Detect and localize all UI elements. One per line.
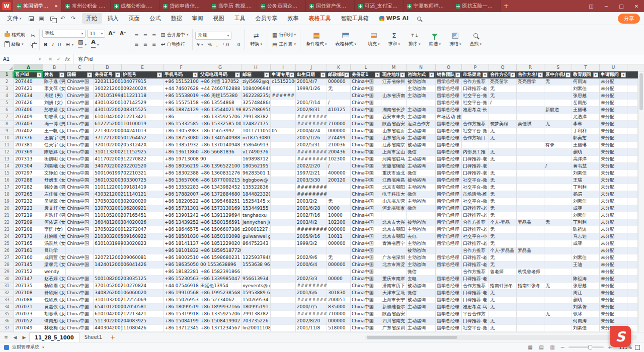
cell[interactable] xyxy=(517,107,544,114)
cell[interactable]: +44 74607628 xyxy=(164,85,199,93)
cell[interactable]: China中国 xyxy=(66,149,94,156)
column-header-B[interactable]: B xyxy=(43,64,66,71)
cell[interactable]: 口碑推荐-老 xyxy=(462,290,489,297)
cell[interactable]: +86 18646575 xyxy=(164,226,199,233)
cell[interactable]: 主动咨询 xyxy=(407,254,436,261)
cell[interactable]: 320721200209060081 xyxy=(94,254,122,261)
cell[interactable]: 360481200304020026 xyxy=(94,219,122,226)
cell[interactable]: 370105199411221118 xyxy=(94,93,122,100)
cell[interactable]: 169898712 169898712 xyxy=(242,156,271,163)
add-sheet-button[interactable]: + xyxy=(108,334,117,341)
cell[interactable]: China中国 xyxy=(66,85,94,93)
cell[interactable]: 韩泠远 (男 xyxy=(43,184,66,191)
cell[interactable]: 江苏省徐州 xyxy=(381,78,407,85)
cell[interactable] xyxy=(517,261,544,269)
cell[interactable]: 罗晶晶 xyxy=(517,247,544,254)
cell[interactable]: 筑梦美程 xyxy=(489,121,517,128)
cell[interactable]: 留学总经理 xyxy=(436,212,462,219)
cell[interactable]: 微信 xyxy=(407,170,436,177)
cell[interactable]: 无 xyxy=(544,121,572,128)
cell[interactable]: 371721200501264452 xyxy=(94,135,122,142)
menu-tab[interactable]: 页面 xyxy=(124,13,144,24)
cell[interactable]: 口碑推荐-老 xyxy=(462,170,489,177)
cell[interactable]: 无 xyxy=(489,191,517,198)
cell[interactable]: 岳雨彤 xyxy=(572,100,600,107)
header-cell[interactable]: 国籍▾ xyxy=(66,71,94,78)
cell[interactable]: 主动咨询 xyxy=(407,184,436,191)
cell[interactable]: 广东省深圳 xyxy=(381,325,407,332)
header-cell[interactable]: 父母电话号码▾ xyxy=(199,71,242,78)
cell[interactable]: 山东省临沂 xyxy=(381,128,407,135)
cell[interactable]: 社交平台-微 xyxy=(462,177,489,184)
cell[interactable]: China中国 xyxy=(351,269,381,276)
document-tab[interactable]: 可还_支付宝+滴滴... xyxy=(355,0,404,12)
cell[interactable]: 北京市朝阳 xyxy=(381,233,407,240)
cell[interactable]: 山东省菏泽 xyxy=(381,135,407,142)
cell[interactable]: 刘素佳 xyxy=(572,325,600,332)
next-sheet-icon[interactable]: ▶ xyxy=(20,335,28,340)
menu-tab[interactable]: 表格工具 xyxy=(304,13,336,24)
cell[interactable]: 留学总经理 xyxy=(436,142,462,149)
cell[interactable]: 430103200107142529 xyxy=(94,100,122,107)
row-number[interactable]: 19 xyxy=(0,198,14,205)
cell[interactable]: 2003/2/2 xyxy=(296,198,327,205)
redo-icon[interactable]: ↷ xyxy=(69,14,78,23)
cell[interactable]: 陈子逸 (男 xyxy=(43,78,66,85)
cell[interactable]: China中国 xyxy=(351,283,381,290)
cell[interactable]: 北京市海淀 xyxy=(381,261,407,269)
cell[interactable] xyxy=(271,283,296,290)
cell[interactable]: 200120 xyxy=(327,177,351,184)
cell[interactable]: 彭睿婧 (女 xyxy=(43,107,66,114)
cell[interactable]: 社交平台-微 xyxy=(462,325,489,332)
cell[interactable]: +86 1877000215 xyxy=(199,177,242,184)
cell[interactable]: China中国 xyxy=(66,191,94,198)
cell[interactable] xyxy=(544,276,572,283)
filter-dropdown-icon[interactable]: ▾ xyxy=(455,72,460,77)
cell[interactable]: 未分配 xyxy=(600,128,627,135)
cell[interactable]: 微信 xyxy=(407,191,436,198)
bold-button[interactable]: B xyxy=(42,42,49,48)
cell[interactable]: +86 18182281 xyxy=(164,269,199,276)
cell[interactable]: 雅思考点-乌 xyxy=(462,304,489,311)
cell[interactable] xyxy=(271,261,296,269)
cell[interactable]: 207135 xyxy=(14,283,43,290)
layout-panel-icon[interactable]: ◫ xyxy=(584,0,599,12)
cell[interactable] xyxy=(271,142,296,149)
cell[interactable]: 未分配 xyxy=(600,269,627,276)
cell[interactable]: 207288 xyxy=(14,177,43,184)
cell[interactable]: 2002/8/31 xyxy=(296,107,327,114)
cell[interactable] xyxy=(94,269,122,276)
cell[interactable]: 207282 xyxy=(14,184,43,191)
filter-dropdown-icon[interactable]: ▾ xyxy=(87,72,92,77)
column-header-T[interactable]: T xyxy=(572,64,600,71)
filter-dropdown-icon[interactable]: ▾ xyxy=(593,72,598,77)
cell[interactable] xyxy=(517,212,544,219)
copy-button[interactable] xyxy=(29,41,37,46)
fill-color-button[interactable]: ▧▾ xyxy=(76,40,88,50)
cell[interactable]: +86 1391129694 xyxy=(199,212,242,219)
cell[interactable]: 被动咨询 xyxy=(407,177,436,184)
cell[interactable]: 207376 xyxy=(14,135,43,142)
cell[interactable]: 2001/4/7 xyxy=(296,78,327,85)
cell[interactable]: 口碑推荐-老 xyxy=(462,226,489,233)
cell[interactable]: 吴佳祺 xyxy=(517,121,544,128)
cell[interactable]: 未分配 xyxy=(600,276,627,283)
cell[interactable]: 无 xyxy=(489,205,517,212)
merge-center-button[interactable]: ⊞合并居中▾ xyxy=(159,31,190,39)
cell[interactable]: +86 15731301 xyxy=(164,205,199,212)
vertical-scrollbar-thumb[interactable] xyxy=(639,73,643,110)
cell[interactable]: 张思越 xyxy=(572,283,600,290)
cell[interactable]: +86 13053983 xyxy=(164,128,199,135)
cell[interactable]: 内部员工推 xyxy=(462,149,489,156)
cell[interactable]: China中国 xyxy=(66,135,94,142)
cell[interactable]: 刘紫馨 xyxy=(572,304,600,311)
column-header-I[interactable]: I xyxy=(271,64,296,71)
cell[interactable]: 274499 xyxy=(327,135,351,142)
cell[interactable]: 刘素佳 xyxy=(572,170,600,177)
cell[interactable] xyxy=(544,135,572,142)
cell[interactable]: 未分配 xyxy=(600,163,627,170)
cell[interactable]: 未分配 xyxy=(600,297,627,304)
cell[interactable]: 吕玙学 xyxy=(43,247,66,254)
cell[interactable]: 王丽琳 xyxy=(572,107,600,114)
cell[interactable]: 主动咨询 xyxy=(407,114,436,121)
